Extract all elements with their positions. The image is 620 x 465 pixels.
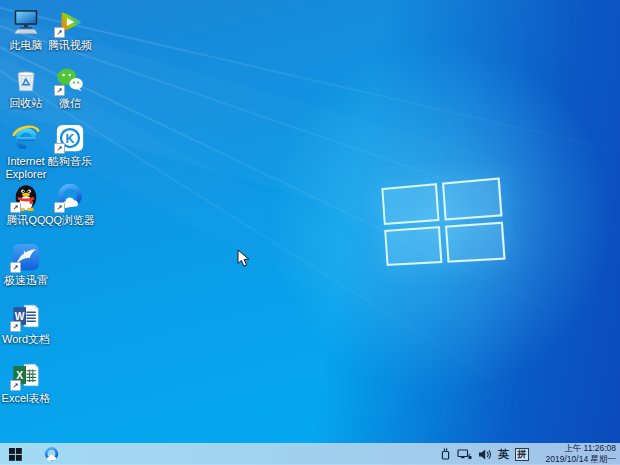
desktop-icon-label: 微信 xyxy=(59,97,81,110)
kugou-music-icon: K ↗ xyxy=(55,123,85,153)
qq-browser-icon: ↗ xyxy=(55,182,85,212)
desktop-icon-label: 腾讯QQ xyxy=(6,214,45,227)
desktop-icon-word-doc[interactable]: W ↗ Word文档 xyxy=(0,301,52,346)
desktop-icon-label: Word文档 xyxy=(2,333,50,346)
desktop-icon-label: Excel表格 xyxy=(2,392,51,405)
desktop-icon-label: 腾讯视频 xyxy=(48,39,92,52)
windows-logo-pane xyxy=(444,221,505,263)
shortcut-arrow-icon: ↗ xyxy=(54,27,65,38)
this-pc-icon xyxy=(11,7,41,37)
recycle-bin-icon xyxy=(11,65,41,95)
taskbar-qq-browser-button[interactable] xyxy=(38,443,64,465)
thunder-bird-icon: ↗ xyxy=(11,242,41,272)
shortcut-arrow-icon: ↗ xyxy=(54,143,65,154)
desktop[interactable]: 此电脑 ↗ 腾讯视频 回收站 xyxy=(0,0,620,465)
tencent-qq-icon: ↗ xyxy=(11,182,41,212)
taskbar-clock[interactable]: 上午 11:26:08 2019/10/14 星期一 xyxy=(538,443,616,464)
start-button[interactable] xyxy=(0,443,30,465)
shortcut-arrow-icon: ↗ xyxy=(10,380,21,391)
usb-device-icon[interactable] xyxy=(440,447,451,461)
qq-browser-icon xyxy=(43,446,60,463)
desktop-icon-qq-browser[interactable]: ↗ QQ浏览器 xyxy=(44,182,96,227)
windows-logo-pane xyxy=(384,226,442,266)
windows-start-icon xyxy=(9,448,22,461)
desktop-icon-tencent-video[interactable]: ↗ 腾讯视频 xyxy=(44,7,96,52)
windows-logo-pane xyxy=(381,183,439,224)
mouse-cursor-icon xyxy=(237,249,250,272)
desktop-icon-kugou-music[interactable]: K ↗ 酷狗音乐 xyxy=(44,123,96,168)
volume-icon[interactable] xyxy=(478,448,492,461)
shortcut-arrow-icon: ↗ xyxy=(10,262,21,273)
shortcut-arrow-icon: ↗ xyxy=(54,85,65,96)
desktop-icon-wechat[interactable]: ↗ 微信 xyxy=(44,65,96,110)
desktop-icon-thunder-speed[interactable]: ↗ 极速迅雷 xyxy=(0,242,52,287)
desktop-icon-excel-sheet[interactable]: X ↗ Excel表格 xyxy=(0,360,52,405)
tencent-video-icon: ↗ xyxy=(55,7,85,37)
clock-time: 上午 11:26:08 xyxy=(538,443,616,454)
clock-date: 2019/10/14 星期一 xyxy=(538,454,616,465)
desktop-icon-label: 极速迅雷 xyxy=(4,274,48,287)
ime-language-indicator[interactable]: 英 xyxy=(498,447,509,462)
ime-pinyin-indicator[interactable]: 拼 xyxy=(515,448,529,461)
desktop-icon-label: 酷狗音乐 xyxy=(48,155,92,168)
word-icon: W ↗ xyxy=(11,301,41,331)
shortcut-arrow-icon: ↗ xyxy=(10,321,21,332)
taskbar: 英 拼 上午 11:26:08 2019/10/14 星期一 xyxy=(0,443,620,465)
shortcut-arrow-icon: ↗ xyxy=(10,202,21,213)
windows-logo-wallpaper xyxy=(381,177,505,266)
desktop-icon-label: QQ浏览器 xyxy=(45,214,95,227)
desktop-icon-label: 回收站 xyxy=(10,97,43,110)
shortcut-arrow-icon: ↗ xyxy=(54,202,65,213)
system-tray: 英 拼 上午 11:26:08 2019/10/14 星期一 xyxy=(440,443,620,465)
excel-icon: X ↗ xyxy=(11,360,41,390)
desktop-icon-label: 此电脑 xyxy=(10,39,43,52)
internet-explorer-icon xyxy=(11,123,41,153)
network-icon[interactable] xyxy=(457,448,472,461)
wechat-icon: ↗ xyxy=(55,65,85,95)
windows-logo-pane xyxy=(441,177,502,220)
svg-text:K: K xyxy=(66,132,75,146)
